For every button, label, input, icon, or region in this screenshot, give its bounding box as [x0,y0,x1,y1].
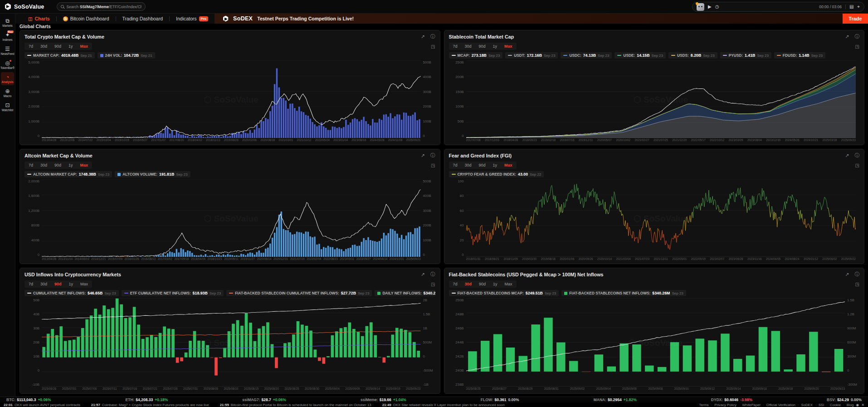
search-input[interactable]: Search SSI/Mag7/Meme/ETF/Coin/Index/Char… [57,2,146,11]
expand-icon[interactable]: ◳ [855,163,859,168]
range-button-90d[interactable]: 90d [475,281,489,287]
legend-item[interactable]: ETF CUMULATIVE NET INFLOWS:$18.93BSep 23 [122,290,224,296]
legend-item[interactable]: USDT:172.16BSep 23 [505,52,558,59]
range-button-max[interactable]: Max [501,281,516,287]
range-button-30d[interactable]: 30d [461,43,475,49]
range-button-max[interactable]: Max [77,43,92,49]
range-button-90d[interactable]: 90d [51,43,65,49]
footer-link-terms[interactable]: Terms [699,403,708,407]
info-icon[interactable]: ⓘ [430,271,435,278]
range-button-1y[interactable]: 1y [489,281,501,287]
ticker-item-bsv[interactable]: BSV:$24.290.00% [827,397,862,402]
footer-link-ssi[interactable]: SSI [819,403,824,407]
trade-button[interactable]: Trade [843,14,868,24]
range-button-1y[interactable]: 1y [65,162,77,168]
news-item[interactable]: 21:55Bitcoin-first protocol Portal to Bi… [220,403,371,407]
expand-icon[interactable]: ◳ [855,282,859,287]
legend-item[interactable]: USDC:74.13BSep 23 [561,52,612,59]
chart-plot[interactable]: ⬡ SoSoValue [42,298,421,387]
news-item[interactable]: 21:57Coinbase: Mag7 + Crypto Stock Index… [91,403,209,407]
legend-item[interactable]: FDUSD:1.14BSep 23 [774,52,825,59]
range-button-90d[interactable]: 90d [51,281,65,287]
info-icon[interactable]: ⓘ [855,152,860,159]
news-item[interactable]: 21:49OKX Star retweet reveals X Layer in… [382,403,505,407]
expand-icon[interactable]: ◳ [855,44,859,49]
sidebar-item-markets[interactable]: ⧉Markets [1,16,14,29]
range-button-1y[interactable]: 1y [65,281,77,287]
ticker-item-flow[interactable]: FLOW:$0.3610.00% [481,397,519,402]
range-button-7d[interactable]: 7d [25,281,37,287]
ticker-item-dydx[interactable]: DYDX:$0.6046-3.98% [711,397,752,402]
chart-plot[interactable]: ⬡ SoSoValue [42,179,421,257]
share-icon[interactable]: ↗ [845,34,849,40]
ticker-item-eth[interactable]: ETH:$4,208.33+0.18% [126,397,168,402]
legend-item[interactable]: ALTCOIN MARKET CAP:1748.38BSep 23 [24,171,112,177]
legend-item[interactable]: USDS:8.20BSep 23 [668,52,717,59]
range-button-30d[interactable]: 30d [37,162,51,168]
legend-item[interactable]: DAILY NET INFLOWS:$340.26MSep 23 [375,290,435,296]
range-button-7d[interactable]: 7d [449,162,461,168]
range-button-max[interactable]: Max [77,281,92,287]
legend-item[interactable]: MCAP:273.18BSep 23 [449,52,503,59]
footer-link-whitepaper[interactable]: WhitePaper [742,403,761,407]
nav-tab-bitcoin-dashboard[interactable]: ₿Bitcoin Dashboard [57,16,116,21]
range-button-30d[interactable]: 30d [461,281,476,287]
share-icon[interactable]: ↗ [845,152,849,159]
chart-plot[interactable]: ⬡ SoSoValue [466,179,856,257]
sidebar-item-tokenbar[interactable]: ◎TokenBar® [1,58,14,71]
share-icon[interactable]: ↗ [421,271,425,278]
range-button-1y[interactable]: 1y [65,43,77,49]
legend-item[interactable]: FIAT-BACKED STABLECOIN CUMULATIVE NET IN… [226,290,372,296]
sidebar-item-macro[interactable]: ⊕Macro [1,86,14,99]
play-icon[interactable]: ▶ [708,5,712,9]
range-button-30d[interactable]: 30d [37,281,51,287]
news-item[interactable]: 22:01OKX will launch AVNT perpetual cont… [4,403,80,407]
footer-link-blog[interactable]: Blog [847,403,854,407]
legend-item[interactable]: FIAT-BACKED STABLECOINS MCAP:$249.51BSep… [449,290,559,296]
share-icon[interactable]: ↗ [421,152,425,159]
community-icon[interactable]: ◉ [856,403,859,407]
legend-item[interactable]: MARKET CAP:4019.48BSep 21 [24,52,95,59]
expand-icon[interactable]: ◳ [431,282,435,287]
nav-tab-trading-dashboard[interactable]: Trading Dashboard [116,16,170,21]
sidebar-item-analysis[interactable]: ◔Analysis [1,72,14,85]
ticker-item-ssimeme[interactable]: ssiMeme:$19.66+1.04% [361,397,406,402]
sidebar-item-newsfeed[interactable]: ☰NewsFeed [1,44,14,57]
sidebar-item-indexes[interactable]: ✦IndexesBuy [1,30,14,43]
range-button-90d[interactable]: 90d [475,162,489,168]
pin-icon[interactable]: ⌖ [857,5,860,9]
range-button-max[interactable]: Max [77,162,92,168]
range-button-max[interactable]: Max [501,162,516,168]
chart-plot[interactable]: ⬡ SoSoValue [42,60,421,138]
sidebar-item-watchlist[interactable]: ⊡Watchlist [1,100,14,113]
info-icon[interactable]: ⓘ [855,271,860,278]
range-button-90d[interactable]: 90d [475,43,489,49]
expand-icon[interactable]: ◳ [431,163,435,168]
footer-link-cookie[interactable]: Cookie [830,403,841,407]
legend-item[interactable]: USDE:14.15BSep 23 [614,52,666,59]
range-button-7d[interactable]: 7d [449,43,461,49]
range-button-7d[interactable]: 7d [449,281,461,287]
range-button-30d[interactable]: 30d [37,43,51,49]
chart-plot[interactable]: ⬡ SoSoValue [466,60,856,138]
legend-item[interactable]: ALTCOIN VOLUME:191.81BSep 23 [115,171,190,177]
x-twitter-icon[interactable]: ✕ [861,403,864,407]
range-button-1y[interactable]: 1y [489,162,501,168]
legend-item[interactable]: PYUSD:1.41BSep 23 [720,52,771,59]
info-icon[interactable]: ⓘ [430,152,435,159]
ticker-item-btc[interactable]: BTC:$113,040.3+0.06% [6,397,51,402]
nav-tab-indicators[interactable]: IndicatorsPro [170,16,215,21]
legend-item[interactable]: 24H VOL:104.72BSep 21 [98,52,155,59]
range-button-7d[interactable]: 7d [25,43,37,49]
sodex-banner[interactable]: SoDEX Testnet Perps Trading Competition … [215,14,843,24]
range-button-max[interactable]: Max [501,43,516,49]
info-icon[interactable]: ⓘ [855,34,860,40]
sosovalue-logo[interactable]: SoSoValue [5,3,44,10]
info-icon[interactable]: ⓘ [430,34,435,40]
ticker-item-ssimag7[interactable]: ssiMAG7:$28.7+0.06% [242,397,286,402]
range-button-1y[interactable]: 1y [489,43,501,49]
legend-item[interactable]: FIAT-BACKED STABLECOINS NET INFLOWS:$340… [561,290,686,296]
expand-icon[interactable]: ◳ [431,44,435,49]
range-button-90d[interactable]: 90d [51,162,65,168]
footer-link-privacy-policy[interactable]: Privacy Policy [714,403,736,407]
